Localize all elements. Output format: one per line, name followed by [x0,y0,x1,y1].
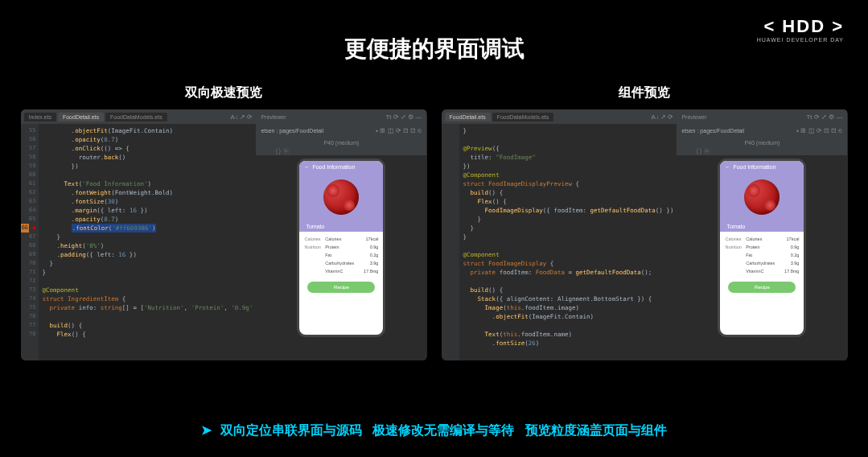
panel-left-label: 双向极速预览 [185,84,262,101]
editor-tabs: Index.ets FoodDetail.ets FoodDataModels.… [21,109,257,124]
preview-header: Previewer Tt ⟳ ⤢ ⚙ — [677,109,847,124]
preview-device: P40 (medium) [677,140,847,146]
table-row: VitaminC17.8mg [725,267,799,275]
table-row: Carbohydrates3.9g [304,259,378,267]
tab-fooddetail[interactable]: FoodDetail.ets [58,113,104,121]
preview-toolbar-icons[interactable]: ▪ ⊞ ◫ ⟳ ⊡ ⊡ ⎋ [376,127,422,134]
preview-pane: Previewer Tt ⟳ ⤢ ⚙ — etsen : pages/FoodD… [256,109,426,360]
tab-foodmodels[interactable]: FoodDataModels.ets [492,113,554,121]
phone-mock[interactable]: ← Food Information Tomato CaloriesCalori… [718,159,806,337]
table-row: CaloriesCalories17kcal [304,235,378,243]
footer-t3: 预览粒度涵盖页面与组件 [525,423,667,437]
panel-right: 组件预览 FoodDetail.ets FoodDataModels.ets A… [442,84,848,360]
preview-tool-icons[interactable]: Tt ⟳ ⤢ ⚙ — [806,113,842,121]
preview-device: P40 (medium) [256,140,426,146]
preview-path: etsen : pages/FoodDetail [261,128,323,134]
code-text-left[interactable]: .objectFit(ImageFit.Contain) .opacity(0.… [39,124,257,360]
table-row: Fat0.2g [304,251,378,259]
footer-bullets: ➤ 双向定位串联界面与源码 极速修改无需编译与等待 预览粒度涵盖页面与组件 [0,422,868,439]
line-gutter: 55 56 57 58 59 60 61 62 63 64 65 66 ● 67… [21,124,39,360]
nutrition-table: CaloriesCalories17kcal NutritionProtein0… [299,232,383,278]
footer-t2: 极速修改无需编译与等待 [372,423,514,437]
food-image [299,173,383,221]
phone-header-title: Food Information [733,164,775,170]
nutrition-table: CaloriesCalories17kcal NutritionProtein0… [720,232,804,278]
panel-right-label: 组件预览 [619,84,670,101]
preview-header: Previewer Tt ⟳ ⤢ ⚙ — [256,109,426,124]
food-name: Tomato [720,221,804,232]
table-row: Fat0.2g [725,251,799,259]
tomato-image [323,179,359,215]
preview-toolbar: etsen : pages/FoodDetail ▪ ⊞ ◫ ⟳ ⊡ ⊡ ⎋ [256,124,426,137]
recipe-button[interactable]: Recipe [728,282,796,293]
code-text-right[interactable]: } @Preview({ title: "FoodImage" }) @Comp… [459,124,677,360]
phone-mock[interactable]: ← Food Information Tomato CaloriesCalori… [297,159,385,337]
preview-mini-icons[interactable]: ⟨⟩ ⎘ [256,147,426,155]
code-pane: FoodDetail.ets FoodDataModels.ets A↓ ↗ ⟳… [442,109,677,360]
preview-mini-icons[interactable]: ⟨⟩ ⎘ [677,147,847,155]
tab-fooddetail[interactable]: FoodDetail.ets [445,113,491,121]
preview-toolbar-icons[interactable]: ▪ ⊞ ◫ ⟳ ⊡ ⊡ ⎋ [796,127,842,134]
code-body[interactable]: } @Preview({ title: "FoodImage" }) @Comp… [442,124,677,360]
food-name: Tomato [299,221,383,232]
panels-row: 双向极速预览 Index.ets FoodDetail.ets FoodData… [0,84,868,360]
phone-header-title: Food Information [312,164,355,170]
hdd-logo: < HDD > HUAWEI DEVELOPER DAY [757,16,844,43]
code-pane: Index.ets FoodDetail.ets FoodDataModels.… [21,109,257,360]
back-icon[interactable]: ← [304,164,310,170]
recipe-button[interactable]: Recipe [307,282,375,293]
page-title: 更便捷的界面调试 [0,34,868,64]
editor-tabs: FoodDetail.ets FoodDataModels.ets A↓ ↗ ⟳ [442,109,677,124]
code-body[interactable]: 55 56 57 58 59 60 61 62 63 64 65 66 ● 67… [21,124,257,360]
phone-header: ← Food Information [299,161,383,173]
preview-title: Previewer [261,114,286,120]
table-row: Carbohydrates3.9g [725,259,799,267]
tab-index[interactable]: Index.ets [24,113,56,121]
ide-left: Index.ets FoodDetail.ets FoodDataModels.… [21,109,427,360]
preview-pane: Previewer Tt ⟳ ⤢ ⚙ — etsen : pages/FoodD… [677,109,847,360]
line-gutter [442,124,459,360]
tab-foodmodels[interactable]: FoodDataModels.ets [105,113,167,121]
table-row: CaloriesCalories17kcal [725,235,799,243]
ide-right: FoodDetail.ets FoodDataModels.ets A↓ ↗ ⟳… [442,109,848,360]
phone-area: ← Food Information Tomato CaloriesCalori… [256,155,426,360]
arrow-icon: ➤ [201,423,212,437]
phone-area: ← Food Information Tomato CaloriesCalori… [677,155,847,360]
table-row: NutritionProtein0.9g [725,243,799,251]
table-row: NutritionProtein0.9g [304,243,378,251]
preview-path: etsen : pages/FoodDetail [681,128,744,134]
tabs-tools[interactable]: A↓ ↗ ⟳ [231,113,253,121]
table-row: VitaminC17.8mg [304,267,378,275]
phone-header: ← Food Information [720,161,804,173]
preview-toolbar: etsen : pages/FoodDetail ▪ ⊞ ◫ ⟳ ⊡ ⊡ ⎋ [677,124,847,137]
food-image [720,173,804,221]
preview-title: Previewer [681,114,706,120]
tomato-image [744,179,780,215]
preview-tool-icons[interactable]: Tt ⟳ ⤢ ⚙ — [385,113,422,121]
back-icon[interactable]: ← [725,164,730,170]
footer-t1: 双向定位串联界面与源码 [220,423,362,437]
tabs-tools[interactable]: A↓ ↗ ⟳ [652,113,674,121]
logo-main: < HDD > [757,16,844,37]
panel-left: 双向极速预览 Index.ets FoodDetail.ets FoodData… [21,84,427,360]
logo-sub: HUAWEI DEVELOPER DAY [757,37,844,43]
